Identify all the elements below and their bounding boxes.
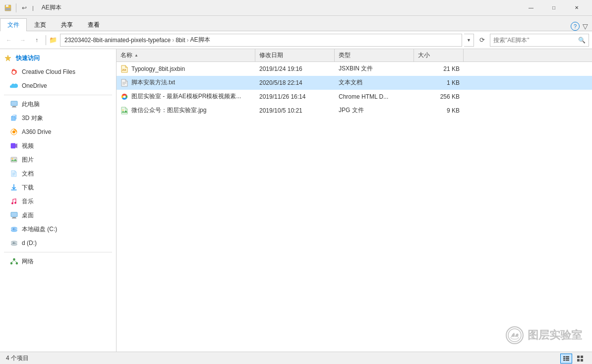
local-disk-c-label: 本地磁盘 (C:) bbox=[22, 225, 57, 234]
address-path[interactable]: 23203402-8bit-animated-pixels-typeface ›… bbox=[60, 34, 462, 47]
column-header: 名称 ▲ 修改日期 类型 大小 bbox=[117, 49, 592, 62]
file2-date: 2020/5/18 22:14 bbox=[259, 79, 302, 86]
file4-name: 微信公众号：图层实验室.jpg bbox=[131, 106, 206, 115]
sidebar-item-music[interactable]: 音乐 bbox=[0, 194, 116, 208]
sidebar-item-downloads[interactable]: 下载 bbox=[0, 181, 116, 194]
disk-d-icon: D: bbox=[10, 239, 18, 247]
sidebar-item-disk-d[interactable]: D: d (D:) bbox=[0, 236, 116, 250]
file-list: JSX Typology_8bit.jsxbin 2019/1/24 19:16… bbox=[117, 62, 592, 352]
sidebar-item-desktop[interactable]: 桌面 bbox=[0, 208, 116, 222]
name-sort-icon: ▲ bbox=[134, 53, 138, 58]
file-row-2[interactable]: 脚本安装方法.txt 2020/5/18 22:14 文本文档 1 KB bbox=[117, 76, 592, 90]
file-row-4[interactable]: 微信公众号：图层实验室.jpg 2019/10/5 10:21 JPG 文件 9… bbox=[117, 104, 592, 118]
ribbon-tabs: 文件 主页 共享 查看 ? ▽ bbox=[0, 16, 592, 31]
file1-name: Typology_8bit.jsxbin bbox=[131, 65, 185, 72]
undo-icon[interactable]: ↩ bbox=[20, 4, 28, 12]
column-size-header[interactable]: 大小 bbox=[414, 49, 464, 61]
file2-name: 脚本安装方法.txt bbox=[131, 78, 175, 87]
search-box: 🔍 bbox=[490, 34, 589, 47]
file3-name: 图层实验室 - 最新AE模板PR模板视频素... bbox=[131, 92, 241, 101]
tab-view[interactable]: 查看 bbox=[80, 18, 107, 31]
svg-point-16 bbox=[12, 158, 13, 160]
music-label: 音乐 bbox=[22, 197, 34, 206]
svg-point-58 bbox=[511, 336, 519, 339]
pictures-label: 图片 bbox=[22, 156, 34, 164]
svg-rect-7 bbox=[12, 107, 16, 108]
file-area: 名称 ▲ 修改日期 类型 大小 bbox=[117, 49, 592, 352]
file4-size: 9 KB bbox=[447, 107, 460, 114]
ribbon-collapse-button[interactable]: ▽ bbox=[583, 22, 588, 30]
svg-point-22 bbox=[14, 202, 16, 204]
item-count: 4 个项目 bbox=[6, 354, 29, 363]
address-bar: ← → ↑ 📁 23203402-8bit-animated-pixels-ty… bbox=[0, 31, 592, 49]
svg-point-57 bbox=[508, 329, 521, 342]
help-button[interactable]: ? bbox=[571, 22, 580, 31]
svg-point-35 bbox=[13, 258, 15, 260]
sidebar-item-creative-cloud[interactable]: Creative Cloud Files bbox=[0, 65, 116, 79]
sidebar-item-this-pc[interactable]: 此电脑 bbox=[0, 97, 116, 111]
svg-rect-51 bbox=[563, 360, 565, 361]
svg-marker-14 bbox=[15, 143, 17, 148]
tab-file[interactable]: 文件 bbox=[0, 18, 27, 31]
up-button[interactable]: ↑ bbox=[31, 34, 43, 46]
sidebar-item-network[interactable]: 网络 bbox=[0, 254, 116, 268]
file2-size: 1 KB bbox=[447, 79, 460, 86]
column-date-label: 修改日期 bbox=[259, 51, 283, 60]
column-type-label: 类型 bbox=[339, 51, 351, 60]
large-icons-view-button[interactable] bbox=[574, 354, 586, 364]
file2-type: 文本文档 bbox=[339, 78, 362, 87]
search-input[interactable] bbox=[493, 37, 576, 44]
tab-share[interactable]: 共享 bbox=[54, 18, 80, 31]
file-row-3[interactable]: 图层实验室 - 最新AE模板PR模板视频素... 2019/11/26 16:1… bbox=[117, 90, 592, 104]
tab-home[interactable]: 主页 bbox=[27, 18, 54, 31]
path-part-3: AE脚本 bbox=[190, 36, 210, 44]
search-icon[interactable]: 🔍 bbox=[578, 37, 586, 44]
documents-icon bbox=[10, 170, 18, 178]
sidebar-item-onedrive[interactable]: OneDrive bbox=[0, 79, 116, 93]
sidebar-item-local-disk-c[interactable]: C: 本地磁盘 (C:) bbox=[0, 222, 116, 236]
network-icon bbox=[10, 257, 18, 265]
path-dropdown-button[interactable]: ▼ bbox=[464, 34, 474, 47]
address-divider bbox=[46, 35, 46, 45]
svg-rect-24 bbox=[12, 217, 16, 218]
svg-rect-54 bbox=[581, 356, 583, 358]
save-icon[interactable] bbox=[4, 4, 12, 12]
sidebar-item-quick-access[interactable]: 快速访问 bbox=[0, 51, 116, 65]
svg-rect-52 bbox=[566, 360, 569, 361]
this-pc-icon bbox=[10, 100, 18, 108]
close-button[interactable]: ✕ bbox=[565, 0, 588, 16]
sidebar-item-documents[interactable]: 文档 bbox=[0, 167, 116, 181]
file4-size-cell: 9 KB bbox=[414, 104, 464, 117]
details-view-button[interactable] bbox=[560, 354, 572, 364]
window-controls: — □ ✕ bbox=[520, 0, 588, 16]
sidebar-item-a360-drive[interactable]: A360 Drive bbox=[0, 125, 116, 139]
column-date-header[interactable]: 修改日期 bbox=[255, 49, 335, 61]
svg-line-39 bbox=[14, 260, 17, 262]
sidebar-item-video[interactable]: 视频 bbox=[0, 139, 116, 153]
svg-text:JSX: JSX bbox=[122, 69, 126, 71]
sidebar-item-pictures[interactable]: 图片 bbox=[0, 153, 116, 167]
file3-date: 2019/11/26 16:14 bbox=[259, 93, 305, 100]
file1-icon: JSX bbox=[120, 65, 128, 73]
file2-type-cell: 文本文档 bbox=[335, 76, 414, 89]
file1-type-cell: JSXBIN 文件 bbox=[335, 62, 414, 75]
column-type-header[interactable]: 类型 bbox=[335, 49, 414, 61]
column-size-label: 大小 bbox=[418, 51, 430, 60]
svg-rect-53 bbox=[577, 356, 580, 358]
svg-rect-8 bbox=[11, 117, 15, 121]
sidebar-item-3d-objects[interactable]: 3D 对象 bbox=[0, 111, 116, 125]
file1-name-cell: JSX Typology_8bit.jsxbin bbox=[117, 62, 255, 75]
file-row-1[interactable]: JSX Typology_8bit.jsxbin 2019/1/24 19:16… bbox=[117, 62, 592, 76]
ribbon-right: ? ▽ bbox=[571, 22, 592, 31]
pictures-icon bbox=[10, 156, 18, 164]
refresh-button[interactable]: ⟳ bbox=[476, 34, 488, 46]
svg-rect-23 bbox=[11, 212, 17, 217]
maximize-button[interactable]: □ bbox=[542, 0, 565, 16]
forward-button[interactable]: → bbox=[17, 34, 29, 46]
file3-type-cell: Chrome HTML D... bbox=[335, 90, 414, 103]
column-name-header[interactable]: 名称 ▲ bbox=[117, 49, 255, 61]
back-button[interactable]: ← bbox=[3, 34, 15, 46]
documents-label: 文档 bbox=[22, 170, 34, 178]
minimize-button[interactable]: — bbox=[520, 0, 542, 16]
svg-point-12 bbox=[12, 130, 15, 133]
